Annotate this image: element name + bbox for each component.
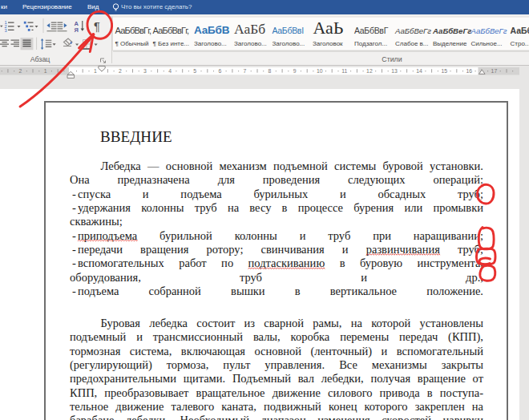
svg-text:Заголово...: Заголово... [194,40,227,47]
svg-text:Я: Я [75,26,79,34]
svg-text:8: 8 [269,68,272,74]
svg-text:Подзагол...: Подзагол... [354,40,387,47]
svg-text:АаБб: АаБб [234,21,265,37]
svg-text:АаБбВвГг,: АаБбВвГг, [153,26,190,35]
svg-text:АаБбВвГ: АаБбВвГ [354,26,389,35]
svg-text:12: 12 [366,68,373,74]
svg-text:АаБб: АаБб [511,26,529,35]
svg-text:17: 17 [491,68,498,74]
svg-text:АаБбВвІ: АаБбВвІ [273,26,304,35]
svg-text:Заголово...: Заголово... [273,40,305,47]
svg-text:¶ Обычный: ¶ Обычный [115,40,149,47]
svg-text:6: 6 [218,68,221,74]
svg-text:2: 2 [119,68,122,74]
svg-text:АаБбВеГг: АаБбВеГг [394,26,431,35]
svg-text:10: 10 [317,68,323,74]
svg-text:Заголовок: Заголовок [313,40,343,47]
svg-text:11: 11 [341,68,347,74]
svg-text:4: 4 [168,68,172,74]
svg-text:АаБбВ: АаБбВ [194,24,230,36]
svg-text:7: 7 [244,68,247,74]
svg-text:14: 14 [416,68,422,74]
svg-text:1: 1 [94,68,97,74]
svg-text:9: 9 [293,68,297,74]
svg-text:5: 5 [193,68,196,74]
svg-text:13: 13 [391,68,398,74]
svg-text:15: 15 [441,68,447,74]
svg-text:¶: ¶ [94,20,100,33]
svg-text:Сильное...: Сильное... [471,40,503,47]
svg-text:¶ Без инте...: ¶ Без инте... [153,40,190,47]
svg-text:1: 1 [44,68,47,74]
svg-text:АаБбВеГг: АаБбВеГг [470,26,507,35]
svg-text:Заголово...: Заголово... [234,40,267,47]
svg-text:Стро...: Стро... [511,40,529,47]
svg-text:АаБбВеГг: АаБбВеГг [432,26,471,35]
svg-text:16: 16 [466,68,473,74]
svg-text:АаБбВвГг,: АаБбВвГг, [115,26,152,35]
svg-text:2: 2 [19,68,22,74]
svg-text:АаЬ: АаЬ [313,18,344,38]
svg-text:3: 3 [5,28,7,33]
svg-text:Абзац: Абзац [30,55,50,63]
svg-text:Выделение: Выделение [433,40,467,47]
svg-text:Слабое в...: Слабое в... [395,40,429,47]
svg-text:Стили: Стили [382,55,402,63]
svg-text:3: 3 [143,68,147,74]
